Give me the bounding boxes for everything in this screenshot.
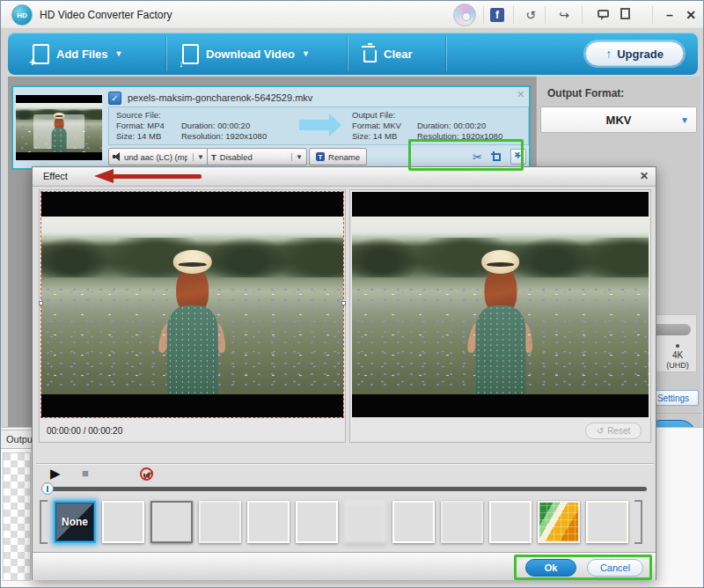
app-window: THD HD Video Converter Factory f ↺ ↪ – ✕… xyxy=(0,0,704,588)
source-title: Source File: xyxy=(116,110,278,120)
subtitle-value: Disabled xyxy=(220,152,253,162)
preview-before-video[interactable] xyxy=(41,192,343,417)
source-duration: Duration: 00:00:20 xyxy=(181,121,278,131)
filter-tile-vivid[interactable] xyxy=(247,501,290,543)
chevron-down-icon[interactable]: ▼ xyxy=(193,153,204,161)
download-video-icon xyxy=(182,44,199,64)
chevron-down-icon[interactable]: ▼ xyxy=(291,153,303,161)
play-button[interactable]: ▶ xyxy=(50,467,61,480)
figure-dress xyxy=(166,305,217,394)
chevron-down-icon[interactable]: ▼ xyxy=(115,49,123,58)
figure-hat xyxy=(54,113,65,119)
filter-tile-blur[interactable] xyxy=(344,501,386,543)
output-format-dropdown[interactable]: MKV ▼ xyxy=(540,107,697,133)
audio-track-dropdown[interactable]: und aac (LC) (mp... ▼ xyxy=(108,148,209,165)
annotation-arrow-icon xyxy=(94,169,114,183)
filter-tile-sepia[interactable] xyxy=(586,501,628,543)
file-name: pexels-maksim-goncharenok-5642529.mkv xyxy=(128,92,312,103)
mute-icon[interactable] xyxy=(140,467,153,481)
clear-label: Clear xyxy=(384,48,413,61)
preview-after-infobar: ↺ Reset xyxy=(350,419,650,442)
filter-tile-sharpen[interactable] xyxy=(392,501,435,543)
source-format: Format: MP4 xyxy=(116,121,181,131)
clear-button[interactable]: Clear xyxy=(363,33,413,75)
download-video-label: Download Video xyxy=(206,48,295,61)
seek-bar[interactable] xyxy=(43,487,647,491)
video-scene xyxy=(352,217,649,394)
filter-tile-brighten[interactable] xyxy=(102,501,144,543)
rename-button[interactable]: T Rename xyxy=(309,148,367,165)
letterbox-bottom xyxy=(352,394,649,417)
output-format-value: MKV xyxy=(606,114,632,127)
file-name-row: ✓ pexels-maksim-goncharenok-5642529.mkv xyxy=(108,90,529,106)
disc-icon[interactable] xyxy=(453,4,476,26)
filter-tile-sketch[interactable] xyxy=(296,501,338,543)
remove-file-icon[interactable]: ✕ xyxy=(517,89,524,100)
output-size: Size: 14 MB xyxy=(352,131,417,142)
dialog-title: Effect xyxy=(43,171,68,181)
app-title: HD Video Converter Factory xyxy=(40,9,172,21)
dialog-close-icon[interactable]: ✕ xyxy=(640,170,649,182)
filter-tile-mosaic[interactable] xyxy=(538,501,580,543)
strip-bracket-right xyxy=(634,500,642,544)
seek-thumb[interactable] xyxy=(41,482,54,495)
transparency-checker xyxy=(3,452,31,581)
toolbar-separator xyxy=(348,36,348,71)
trash-icon xyxy=(363,50,377,62)
chevron-down-icon[interactable]: ▼ xyxy=(302,49,310,58)
titlebar-separator xyxy=(582,6,583,24)
add-files-button[interactable]: Add Files ▼ xyxy=(33,33,122,75)
close-button[interactable]: ✕ xyxy=(682,6,700,24)
selection-handle[interactable] xyxy=(39,301,43,305)
subtitle-dropdown[interactable]: T Disabled ▼ xyxy=(207,148,307,165)
effect-dialog: Effect ✕ 00:00:00 / 00:00:20 xyxy=(32,166,656,580)
log-document-icon[interactable] xyxy=(620,8,630,19)
file-checkbox[interactable]: ✓ xyxy=(108,92,121,105)
video-scene xyxy=(41,217,343,394)
titlebar-separator xyxy=(545,6,546,24)
letterbox-top xyxy=(352,192,649,217)
subtitle-t-icon: T xyxy=(211,152,216,162)
quality-tick-dot xyxy=(676,344,679,348)
convert-arrow-icon xyxy=(299,120,329,130)
figure-dress xyxy=(475,305,525,394)
dialog-separator xyxy=(36,463,654,464)
rename-t-icon: T xyxy=(316,152,325,161)
reset-label: Reset xyxy=(607,426,630,436)
filter-tile-darken[interactable] xyxy=(150,501,193,543)
upgrade-label: Upgrade xyxy=(617,48,664,61)
speaker-icon xyxy=(113,152,121,161)
stop-button[interactable]: ■ xyxy=(82,467,89,480)
download-video-button[interactable]: Download Video ▼ xyxy=(182,33,310,75)
share-icon[interactable]: ↪ xyxy=(555,6,573,24)
titlebar: THD HD Video Converter Factory f ↺ ↪ – ✕ xyxy=(1,1,703,29)
source-file-info: Source File: Format: MP4 Duration: 00:00… xyxy=(116,110,278,142)
add-files-icon xyxy=(33,44,49,64)
filter-tile-emboss[interactable] xyxy=(441,501,483,543)
upgrade-button[interactable]: ↑ Upgrade xyxy=(585,41,684,66)
preview-after-video xyxy=(352,192,649,417)
add-files-label: Add Files xyxy=(56,48,108,61)
titlebar-separator xyxy=(513,6,514,24)
reset-button[interactable]: ↺ Reset xyxy=(585,423,642,439)
annotation-arrow-shaft xyxy=(113,174,202,179)
filter-tile-none[interactable]: None xyxy=(54,501,96,543)
facebook-icon[interactable]: f xyxy=(490,8,504,22)
chevron-down-icon[interactable]: ▼ xyxy=(680,115,689,125)
video-thumbnail[interactable] xyxy=(16,95,102,160)
preview-before-infobar: 00:00:00 / 00:00:20 xyxy=(40,419,345,442)
undo-icon[interactable]: ↺ xyxy=(522,6,539,24)
figure-dress xyxy=(52,128,67,152)
minimize-button[interactable]: – xyxy=(661,6,678,24)
filter-tile-edge[interactable] xyxy=(489,501,532,543)
toolbar-separator xyxy=(446,36,447,71)
preview-before: 00:00:00 / 00:00:20 xyxy=(39,189,346,443)
filter-tile-grayscale[interactable] xyxy=(199,501,241,543)
preview-after: ↺ Reset xyxy=(349,189,651,443)
mute-slash xyxy=(143,471,153,480)
annotation-highlight-edit-tools xyxy=(408,139,524,171)
audio-track-value: und aac (LC) (mp... xyxy=(124,152,187,162)
rename-label: Rename xyxy=(328,152,360,162)
selection-handle[interactable] xyxy=(341,301,346,305)
feedback-chat-icon[interactable] xyxy=(598,10,609,18)
